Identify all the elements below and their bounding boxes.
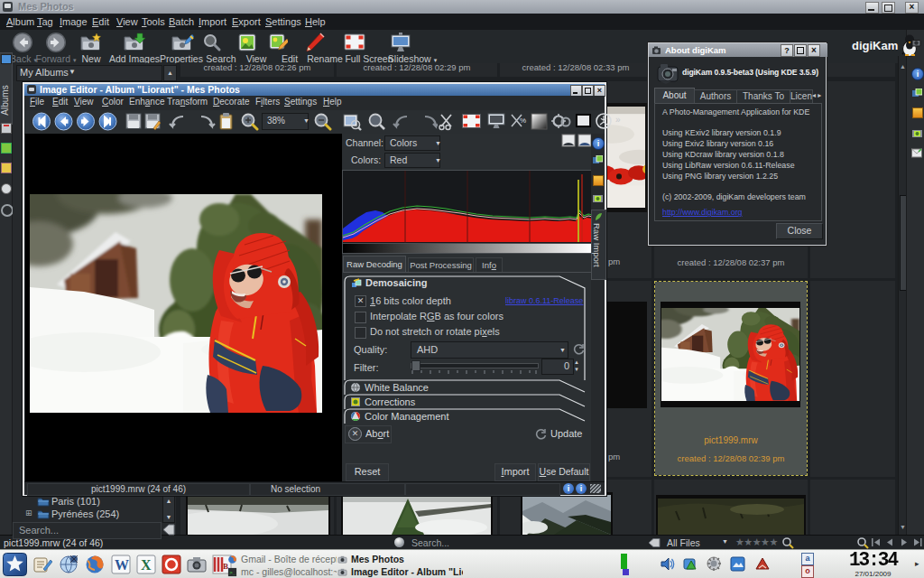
svg-text:W: W bbox=[115, 557, 129, 573]
svg-text:>_: >_ bbox=[229, 570, 236, 575]
svg-text:%: % bbox=[520, 117, 526, 125]
svg-text:X: X bbox=[141, 557, 152, 573]
